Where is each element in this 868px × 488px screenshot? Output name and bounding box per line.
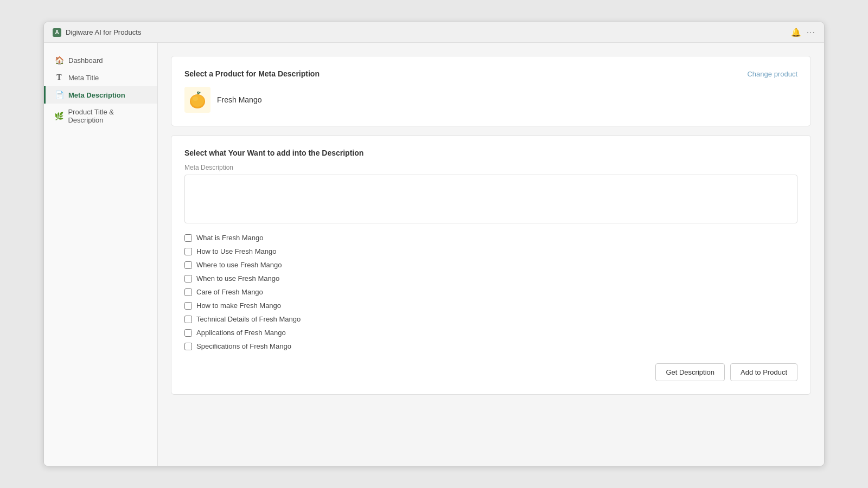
sidebar-item-label-meta-title: Meta Title <box>68 74 99 82</box>
sidebar: 🏠 Dashboard T Meta Title 📄 Meta Descript… <box>44 43 158 466</box>
app-title: Digiware AI for Products <box>66 28 141 36</box>
checkbox-item-how-to-use[interactable]: How to Use Fresh Mango <box>184 247 797 255</box>
main-content: Select a Product for Meta Description Ch… <box>158 43 824 466</box>
sidebar-item-label-meta-description: Meta Description <box>68 91 125 99</box>
sidebar-item-meta-description[interactable]: 📄 Meta Description <box>44 86 157 104</box>
titlebar-left: A Digiware AI for Products <box>53 28 141 37</box>
svg-point-2 <box>193 97 198 101</box>
checkbox-item-applications[interactable]: Applications of Fresh Mango <box>184 329 797 337</box>
mango-svg <box>187 89 208 111</box>
checkbox-label-what: What is Fresh Mango <box>196 234 264 242</box>
checkbox-label-technical: Technical Details of Fresh Mango <box>196 315 301 323</box>
sidebar-item-meta-title[interactable]: T Meta Title <box>44 69 157 86</box>
more-options-icon[interactable]: ··· <box>807 28 815 37</box>
checkbox-applications[interactable] <box>184 329 192 337</box>
checkbox-when-to-use[interactable] <box>184 275 192 282</box>
description-section-title: Select what Your Want to add into the De… <box>184 149 797 157</box>
sidebar-item-label-dashboard: Dashboard <box>68 56 103 65</box>
checkbox-item-where-to-use[interactable]: Where to use Fresh Mango <box>184 261 797 269</box>
checkbox-item-specifications[interactable]: Specifications of Fresh Mango <box>184 342 797 350</box>
checkbox-label-where-to-use: Where to use Fresh Mango <box>196 261 282 269</box>
checkbox-label-specifications: Specifications of Fresh Mango <box>196 342 291 350</box>
checkbox-label-when-to-use: When to use Fresh Mango <box>196 274 279 282</box>
svg-point-1 <box>191 95 204 107</box>
change-product-link[interactable]: Change product <box>747 70 797 78</box>
checkbox-care[interactable] <box>184 288 192 296</box>
browser-window: A Digiware AI for Products 🔔 ··· 🏠 Dashb… <box>43 22 825 466</box>
titlebar: A Digiware AI for Products 🔔 ··· <box>44 22 824 43</box>
checkbox-label-how-to-use: How to Use Fresh Mango <box>196 247 276 255</box>
product-title-icon: 🌿 <box>54 112 63 120</box>
meta-description-label: Meta Description <box>184 164 797 171</box>
checkbox-what[interactable] <box>184 234 192 242</box>
product-card-header: Select a Product for Meta Description Ch… <box>184 69 797 78</box>
checkbox-label-care: Care of Fresh Mango <box>196 288 263 296</box>
checkbox-technical[interactable] <box>184 316 192 323</box>
sidebar-item-dashboard[interactable]: 🏠 Dashboard <box>44 52 157 69</box>
product-selection-card: Select a Product for Meta Description Ch… <box>171 56 811 126</box>
app-icon: A <box>53 28 61 37</box>
sidebar-item-product-title-description[interactable]: 🌿 Product Title & Description <box>44 104 157 129</box>
add-to-product-button[interactable]: Add to Product <box>730 363 797 381</box>
home-icon: 🏠 <box>54 56 64 65</box>
meta-description-textarea[interactable] <box>184 175 797 223</box>
checkbox-where-to-use[interactable] <box>184 261 192 269</box>
checkbox-item-what[interactable]: What is Fresh Mango <box>184 234 797 242</box>
checkbox-list: What is Fresh Mango How to Use Fresh Man… <box>184 234 797 350</box>
meta-description-icon: 📄 <box>54 91 64 99</box>
checkbox-item-care[interactable]: Care of Fresh Mango <box>184 288 797 296</box>
product-image <box>184 87 210 113</box>
meta-title-icon: T <box>54 73 64 82</box>
titlebar-right: 🔔 ··· <box>791 28 815 37</box>
app-body: 🏠 Dashboard T Meta Title 📄 Meta Descript… <box>44 43 824 466</box>
button-row: Get Description Add to Product <box>184 363 797 381</box>
product-card-title: Select a Product for Meta Description <box>184 69 320 78</box>
checkbox-how-to-make[interactable] <box>184 302 192 310</box>
get-description-button[interactable]: Get Description <box>655 363 725 381</box>
checkbox-item-technical[interactable]: Technical Details of Fresh Mango <box>184 315 797 323</box>
checkbox-label-how-to-make: How to make Fresh Mango <box>196 301 281 310</box>
checkbox-label-applications: Applications of Fresh Mango <box>196 329 286 337</box>
sidebar-item-label-product-title-description: Product Title & Description <box>68 108 149 124</box>
product-name: Fresh Mango <box>217 95 261 104</box>
checkbox-item-when-to-use[interactable]: When to use Fresh Mango <box>184 274 797 282</box>
bell-icon[interactable]: 🔔 <box>791 28 801 37</box>
checkbox-specifications[interactable] <box>184 343 192 350</box>
checkbox-how-to-use[interactable] <box>184 248 192 255</box>
checkbox-item-how-to-make[interactable]: How to make Fresh Mango <box>184 301 797 310</box>
product-row: Fresh Mango <box>184 87 797 113</box>
description-card: Select what Your Want to add into the De… <box>171 135 811 395</box>
